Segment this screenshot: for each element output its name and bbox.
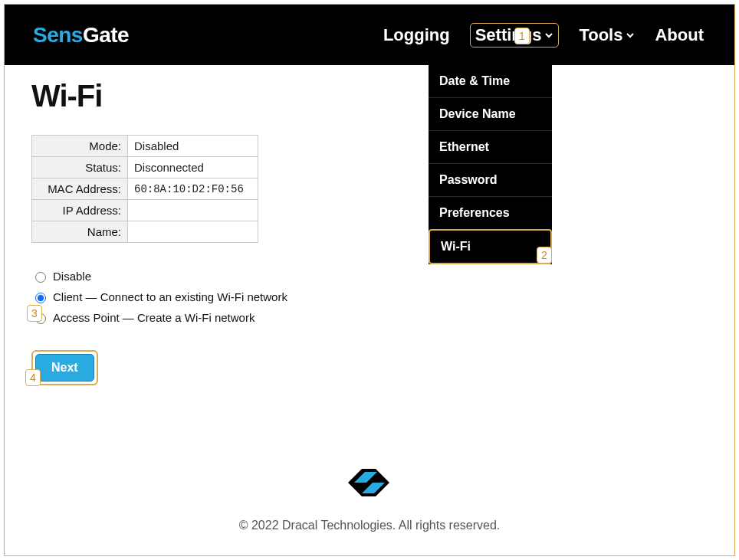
callout-1: 1 [514,28,530,44]
option-client[interactable]: Client — Connect to an existing Wi-Fi ne… [31,290,708,303]
callout-2: 2 [537,247,552,264]
status-status-label: Status: [32,157,128,178]
status-mac-value: 60:8A:10:D2:F0:56 [128,178,258,200]
nav-logging-label: Logging [383,25,450,45]
nav-about-label: About [655,25,704,45]
nav-tools-label: Tools [579,25,622,45]
footer-logo [5,460,734,505]
option-disable[interactable]: Disable [31,270,708,283]
callout-4: 4 [25,369,41,386]
radio-disable[interactable] [35,272,46,283]
chevron-down-icon [626,31,635,40]
navbar: SensGate Logging Settings Tools About [5,5,734,65]
option-ap-label: Access Point — Create a Wi-Fi network [53,311,255,324]
status-status-value: Disconnected [128,157,258,178]
nav-right: Logging Settings Tools About [383,5,704,65]
status-row-mac: MAC Address: 60:8A:10:D2:F0:56 [32,178,258,200]
page-title: Wi-Fi [31,79,708,113]
nav-settings-label: Settings [475,25,542,45]
next-button[interactable]: Next [35,354,94,382]
wifi-mode-options: Disable Client — Connect to an existing … [31,270,708,324]
dropdown-device-name[interactable]: Device Name [429,97,552,130]
settings-dropdown: Date & Time Device Name Ethernet Passwor… [429,65,552,264]
brand-logo: SensGate [33,23,129,47]
dropdown-wifi[interactable]: Wi-Fi [429,229,552,264]
chevron-down-icon [544,31,553,40]
footer: © 2022 Dracal Technologies. All rights r… [5,460,734,532]
status-row-status: Status: Disconnected [32,157,258,178]
dropdown-password[interactable]: Password [429,163,552,196]
status-ip-value [128,200,258,221]
next-button-highlight: Next [31,350,98,385]
status-mode-value: Disabled [128,136,258,157]
status-name-value [128,221,258,243]
status-ip-label: IP Address: [32,200,128,221]
status-table: Mode: Disabled Status: Disconnected MAC … [31,135,258,243]
dropdown-preferences[interactable]: Preferences [429,196,552,229]
nav-about[interactable]: About [655,25,704,45]
page-body: Wi-Fi Mode: Disabled Status: Disconnecte… [5,65,734,385]
option-disable-label: Disable [53,270,91,283]
nav-tools[interactable]: Tools [579,25,635,45]
status-mode-label: Mode: [32,136,128,157]
option-access-point[interactable]: Access Point — Create a Wi-Fi network [31,311,708,324]
status-row-ip: IP Address: [32,200,258,221]
footer-copyright: © 2022 Dracal Technologies. All rights r… [5,519,734,532]
radio-client[interactable] [35,293,46,303]
dropdown-date-time[interactable]: Date & Time [429,65,552,97]
option-client-label: Client — Connect to an existing Wi-Fi ne… [53,290,287,303]
status-name-label: Name: [32,221,128,243]
brand-rest: Gate [83,23,129,47]
app-frame: SensGate Logging Settings Tools About [4,4,735,556]
logo-icon [341,460,398,505]
status-mac-label: MAC Address: [32,178,128,200]
status-row-mode: Mode: Disabled [32,136,258,157]
status-row-name: Name: [32,221,258,243]
brand-accent: Sens [33,23,83,47]
nav-logging[interactable]: Logging [383,25,450,45]
callout-3: 3 [27,305,42,322]
dropdown-ethernet[interactable]: Ethernet [429,130,552,163]
